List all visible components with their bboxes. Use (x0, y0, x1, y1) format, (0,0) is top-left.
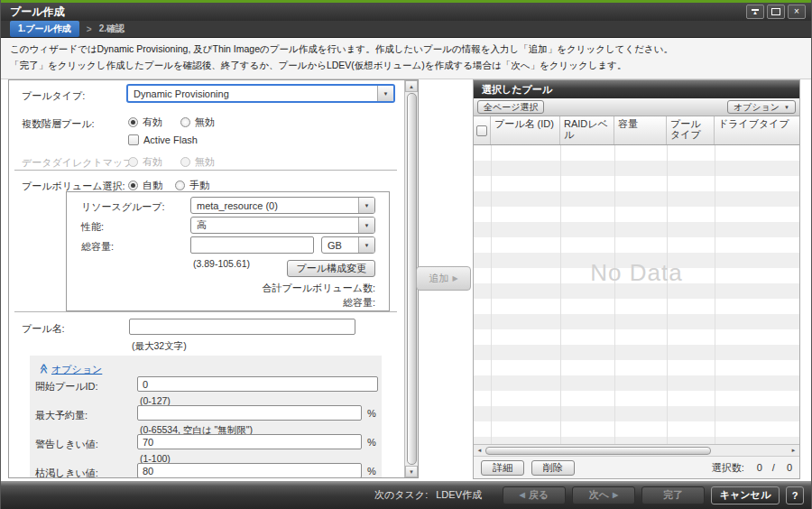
window-controls: ▲ × (746, 5, 811, 19)
radio-selected-icon (128, 117, 138, 127)
pool-config-change-button[interactable]: プール構成変更 (287, 260, 375, 277)
total-count-value: 0 (787, 462, 792, 473)
max-reservation-unit: % (367, 408, 376, 419)
select-all-checkbox[interactable] (476, 125, 487, 136)
pools-table-body: No Data (474, 145, 799, 444)
scrollbar-thumb[interactable] (485, 447, 711, 455)
data-direct-map-label: データダイレクトマップ: (22, 156, 136, 170)
pool-volume-manual-radio[interactable]: 手動 (175, 179, 209, 192)
performance-select[interactable]: 高 ▼ (190, 217, 375, 234)
radio-selected-icon (128, 180, 138, 190)
capacity-unit-select[interactable]: GB ▼ (321, 236, 375, 254)
total-pool-volumes-label: 合計プールボリューム数: (262, 282, 375, 295)
wizard-footer-bar: 次のタスク: LDEV作成 ◀ 戻る 次へ ▶ 完了 キャンセル ? (1, 481, 811, 509)
collapse-chevrons-icon: ≪ (39, 363, 50, 375)
active-flash-checkbox[interactable]: Active Flash (128, 134, 198, 145)
title-bar: プール作成 ▲ × (1, 3, 811, 21)
options-menu-button[interactable]: オプション ▼ (727, 100, 796, 114)
back-arrow-icon: ◀ (520, 491, 525, 499)
step-separator: > (87, 24, 92, 34)
finish-button[interactable]: 完了 (641, 486, 705, 504)
performance-label: 性能: (81, 220, 104, 234)
radio-icon (175, 180, 185, 190)
column-capacity[interactable]: 容量 (614, 116, 667, 144)
column-separator (560, 145, 561, 444)
back-button[interactable]: ◀ 戻る (503, 486, 566, 504)
performance-value: 高 (191, 217, 358, 233)
column-raid-level[interactable]: RAIDレベル (560, 116, 614, 144)
maximize-button[interactable] (767, 5, 785, 19)
warning-threshold-unit: % (367, 437, 376, 448)
pools-table-header: プール名 (ID) RAIDレベル 容量 プールタイプ ドライブタイプ (474, 116, 799, 145)
next-arrow-icon: ▶ (613, 491, 618, 499)
start-pool-id-input[interactable] (137, 376, 378, 392)
detail-button[interactable]: 詳細 (481, 460, 524, 476)
depletion-threshold-unit: % (367, 466, 376, 477)
select-all-pages-button[interactable]: 全ページ選択 (477, 100, 544, 114)
data-direct-disabled-radio: 無効 (180, 155, 215, 169)
scroll-down-icon[interactable]: ▼ (405, 466, 418, 477)
pool-create-dialog: プール作成 ▲ × 1.プール作成 > 2.確認 このウィザードではDynami… (0, 0, 812, 509)
delete-button[interactable]: 削除 (531, 460, 575, 476)
pool-name-note: (最大32文字) (132, 340, 187, 353)
pin-icon: ▲ (752, 9, 759, 15)
pool-type-label: プールタイプ: (22, 89, 85, 103)
divider (14, 170, 397, 171)
selected-pools-footer: 詳細 削除 選択数: 0 / 0 (474, 456, 799, 478)
wizard-steps: 1.プール作成 > 2.確認 (1, 21, 811, 38)
next-task-text: 次のタスク: LDEV作成 (374, 488, 482, 502)
start-pool-id-label: 開始プールID: (35, 380, 98, 393)
multi-tier-label: 複数階層プール: (22, 117, 95, 131)
pool-type-select[interactable]: Dynamic Provisioning ▼ (126, 84, 395, 103)
selected-pools-toolbar: 全ページ選択 オプション ▼ (474, 98, 799, 116)
resource-group-label: リソースグループ: (81, 200, 165, 214)
data-direct-enabled-radio: 有効 (128, 155, 162, 169)
selection-count-label: 選択数: (712, 461, 744, 475)
depletion-threshold-input[interactable] (137, 463, 362, 477)
options-section: ≪ オプション 開始プールID: (0-127) 最大予約量: % (0-655… (30, 356, 382, 477)
selected-pools-panel: 選択したプール 全ページ選択 オプション ▼ プール名 (ID) RAIDレベル… (473, 79, 800, 479)
resource-group-value: meta_resource (0) (191, 198, 358, 213)
auto-selection-group: リソースグループ: meta_resource (0) ▼ 性能: 高 ▼ 総容… (66, 191, 390, 311)
chevron-down-icon: ▼ (358, 198, 374, 213)
total-capacity-input[interactable] (190, 236, 314, 254)
chevron-down-icon: ▼ (358, 237, 374, 253)
selected-pools-title: 選択したプール (482, 83, 552, 97)
column-pool-name[interactable]: プール名 (ID) (491, 116, 560, 144)
next-task-label: 次のタスク: (374, 489, 428, 500)
max-reservation-label: 最大予約量: (35, 409, 88, 422)
selected-pools-header: 選択したプール (474, 80, 799, 98)
divider (14, 311, 397, 312)
cancel-button[interactable]: キャンセル (711, 486, 780, 504)
options-link[interactable]: オプション (51, 363, 102, 376)
scroll-up-icon[interactable]: ▲ (405, 80, 418, 92)
chevron-down-icon: ▼ (358, 217, 374, 233)
column-drive-type[interactable]: ドライブタイプ (715, 116, 799, 144)
next-button[interactable]: 次へ ▶ (572, 486, 635, 504)
pool-name-input[interactable] (129, 319, 355, 335)
column-pool-type[interactable]: プールタイプ (667, 116, 715, 144)
scroll-left-icon[interactable]: ◄ (475, 445, 484, 455)
radio-icon (180, 157, 190, 167)
warning-threshold-input[interactable] (137, 434, 362, 449)
close-icon: × (794, 7, 799, 16)
close-button[interactable]: × (788, 5, 806, 19)
add-button[interactable]: 追加 ▶ (416, 266, 471, 291)
pin-window-button[interactable]: ▲ (746, 5, 764, 19)
capacity-unit-value: GB (322, 237, 358, 253)
step-pool-create[interactable]: 1.プール作成 (10, 21, 79, 37)
resource-group-select[interactable]: meta_resource (0) ▼ (190, 197, 375, 214)
multi-tier-disabled-radio[interactable]: 無効 (180, 116, 215, 129)
column-separator (667, 145, 668, 444)
scroll-right-icon[interactable]: ► (789, 445, 798, 455)
selected-count-value: 0 (757, 462, 762, 473)
pool-volume-auto-radio[interactable]: 自動 (128, 179, 162, 192)
table-horizontal-scrollbar[interactable]: ◄ ► (474, 444, 799, 456)
wizard-description: このウィザードではDynamic Provisioning, 及びThin Im… (1, 38, 811, 79)
pool-settings-panel: プールタイプ: Dynamic Provisioning ▼ 複数階層プール: … (8, 79, 419, 478)
checkbox-icon (128, 134, 139, 145)
window-title: プール作成 (1, 5, 746, 20)
help-button[interactable]: ? (786, 486, 804, 504)
max-reservation-input[interactable] (137, 405, 362, 421)
multi-tier-enabled-radio[interactable]: 有効 (128, 116, 162, 129)
